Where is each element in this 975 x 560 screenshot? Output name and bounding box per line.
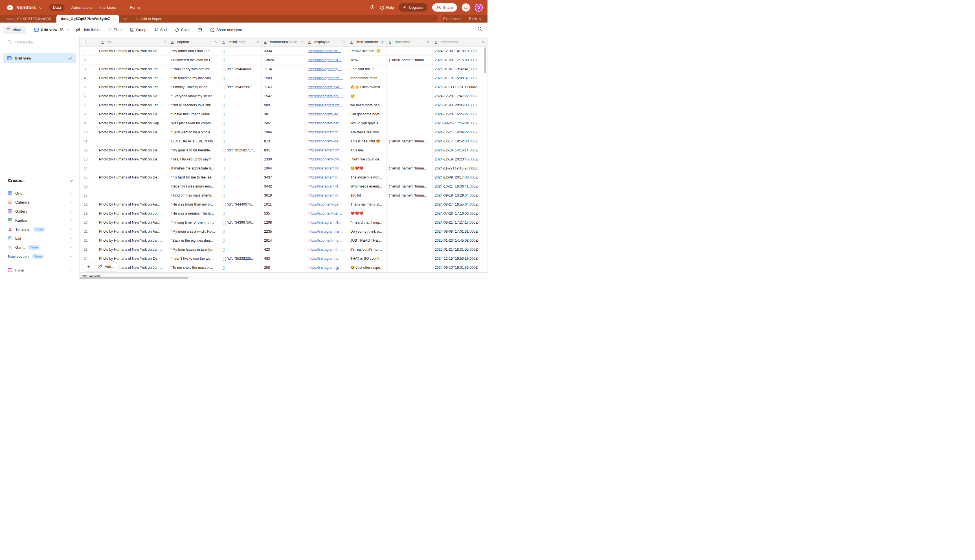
cell-firstComment[interactable]: Who needs enemi… — [348, 182, 387, 191]
cell-childPosts[interactable]: [] — [220, 137, 262, 146]
cell-caption[interactable]: “Finding time for them, th… — [169, 218, 220, 227]
cell-musicInfo[interactable] — [387, 119, 432, 128]
table-row[interactable]: 4Photo by Humans of New York on Jan…“I’m… — [80, 74, 488, 83]
cell-musicInfo[interactable] — [387, 110, 432, 119]
cell-childPosts[interactable]: [ { "id": "35404668… — [220, 65, 262, 73]
extensions-button[interactable]: Extensions — [443, 17, 461, 21]
views-button[interactable]: Views — [3, 26, 26, 34]
column-header-displayUrl[interactable]: AdisplayUrl — [306, 37, 348, 47]
cell-firstComment[interactable]: This is beautiful 😍 — [348, 137, 387, 146]
table-row[interactable]: 19Photo by Humans of New York on Jul…“He… — [80, 209, 488, 218]
share-button[interactable]: Share — [432, 3, 457, 12]
cell-childPosts[interactable]: [] — [220, 128, 262, 137]
cell-commentsCount[interactable]: 381 — [262, 110, 306, 119]
cell-childPosts[interactable]: [] — [220, 47, 262, 55]
cell-timestamp[interactable]: 2024-12-20T16:26:27.000Z — [432, 110, 488, 119]
cell-commentsCount[interactable]: 1134 — [262, 65, 306, 73]
cell-caption[interactable]: “Everyone knew my situat… — [169, 92, 220, 101]
cell-timestamp[interactable]: 2025-01-03T20:05:03.000Z — [432, 101, 488, 110]
cell-childPosts[interactable]: [] — [220, 56, 262, 65]
cell-alt[interactable]: 12Photo by Humans of New York on De… — [80, 146, 169, 155]
table-tab-inactive[interactable]: data_YeJXCj519OJntxC30 — [0, 17, 57, 21]
cell-childPosts[interactable]: [] — [220, 155, 262, 164]
cell-caption[interactable]: BEST UPDATE EVER! Mos… — [169, 137, 220, 146]
create-section-header[interactable]: Create... — [8, 178, 72, 183]
table-row[interactable]: 13Photo by Humans of New York on De…“Yes… — [80, 155, 488, 164]
cell-caption[interactable]: “My train leaves in twenty… — [169, 245, 220, 254]
table-row[interactable]: 24Photo by Humans of New York on De…“I d… — [80, 254, 488, 263]
grid-view-switcher[interactable]: Grid view — [34, 28, 68, 32]
table-row[interactable]: 8Photo by Humans of New York on De…“I ha… — [80, 110, 488, 119]
add-record-button[interactable]: + — [82, 262, 95, 271]
cell-link-displayUrl[interactable]: https://instagram.fbf… — [306, 74, 348, 83]
chevron-down-icon[interactable] — [482, 41, 485, 43]
chevron-down-icon[interactable] — [427, 41, 430, 43]
cell-childPosts[interactable]: [ { "id": "34440074… — [220, 200, 262, 209]
cell-firstComment[interactable]: Wow — [348, 56, 387, 65]
plus-icon[interactable]: + — [70, 245, 72, 250]
cell-firstComment[interactable]: ❤️❤️❤️ — [348, 209, 387, 218]
chevron-down-icon[interactable] — [343, 41, 345, 43]
table-row[interactable]: 17I kind of miss male attenti…[]3618http… — [80, 191, 488, 200]
sidebar-item-gantt[interactable]: GanttTeam+ — [0, 243, 79, 252]
table-row[interactable]: 5Photo by Humans of New York on Jan…“Tim… — [80, 83, 488, 92]
cell-alt[interactable]: 15Photo by Humans of New York on De… — [80, 173, 169, 182]
cell-caption[interactable]: “He was more than my br… — [169, 200, 220, 209]
cell-alt[interactable]: 14 — [80, 164, 169, 173]
chevron-down-icon[interactable] — [164, 41, 166, 43]
cell-musicInfo[interactable] — [387, 209, 432, 218]
history-icon[interactable] — [370, 5, 375, 10]
cell-childPosts[interactable]: [] — [220, 236, 262, 245]
cell-commentsCount[interactable]: 1503 — [262, 74, 306, 83]
cell-musicInfo[interactable] — [387, 200, 432, 209]
cell-childPosts[interactable]: [] — [220, 209, 262, 218]
cell-commentsCount[interactable]: 3618 — [262, 191, 306, 200]
cell-caption[interactable]: “Timidity. Timidity is the … — [169, 83, 220, 92]
table-row[interactable]: 1Photo by Humans of New York on De…“My f… — [80, 47, 488, 56]
table-row[interactable]: 18Photo by Humans of New York on Au…“He … — [80, 200, 488, 209]
sidebar-item-list[interactable]: List+ — [0, 234, 79, 243]
plus-icon[interactable]: + — [70, 217, 72, 223]
tab-automations[interactable]: Automations — [72, 5, 92, 10]
cell-childPosts[interactable]: [] — [220, 74, 262, 83]
cell-commentsCount[interactable]: 13826 — [262, 56, 306, 65]
plus-icon[interactable]: + — [70, 253, 72, 259]
cell-link-displayUrl[interactable]: https://instagram.fu… — [306, 173, 348, 182]
cell-link-displayUrl[interactable]: https://instagram.fm… — [306, 146, 348, 155]
cell-caption[interactable]: Recently I was angry eno… — [169, 182, 220, 191]
cell-musicInfo[interactable] — [387, 101, 432, 110]
cell-alt[interactable]: 17 — [80, 191, 169, 200]
cell-alt[interactable]: 2 — [80, 56, 169, 65]
cell-alt[interactable]: 20Photo by Humans of New York on Au… — [80, 218, 169, 227]
cell-commentsCount[interactable]: 1140 — [262, 83, 306, 92]
cell-link-displayUrl[interactable]: https://instagram.fjp… — [306, 263, 348, 272]
cell-link-displayUrl[interactable]: https://scontent-ber… — [306, 209, 348, 218]
find-view-input[interactable] — [15, 40, 65, 44]
sort-button[interactable]: Sort — [155, 28, 167, 32]
cell-childPosts[interactable]: [] — [220, 92, 262, 101]
cell-timestamp[interactable]: 2024-08-08T17:01:31.000Z — [432, 227, 488, 236]
cell-musicInfo[interactable]: { "artist_name": "huma… — [387, 137, 432, 146]
sidebar-item-new-section[interactable]: New sectionTeam+ — [0, 252, 79, 261]
help-button[interactable]: Help — [380, 5, 394, 10]
cell-musicInfo[interactable] — [387, 236, 432, 245]
cell-link-displayUrl[interactable]: https://instagram.fc… — [306, 254, 348, 263]
cell-alt[interactable]: 7Photo by Humans of New York on Jan… — [80, 101, 169, 110]
cell-commentsCount[interactable]: 423 — [262, 245, 306, 254]
cell-childPosts[interactable]: [] — [220, 245, 262, 254]
cell-musicInfo[interactable] — [387, 74, 432, 83]
cell-link-displayUrl[interactable]: https://scontent-dfw… — [306, 155, 348, 164]
sidebar-item-timeline[interactable]: TimelineTeam+ — [0, 225, 79, 234]
table-row[interactable]: 2Discovered this man on t…[]13826https:/… — [80, 56, 488, 65]
cell-link-displayUrl[interactable]: https://scontent-lga… — [306, 200, 348, 209]
tab-data[interactable]: Data — [49, 4, 65, 11]
cell-childPosts[interactable]: [] — [220, 101, 262, 110]
cell-commentsCount[interactable]: 1298 — [262, 218, 306, 227]
cell-caption[interactable]: “I don’t like to use the wo… — [169, 254, 220, 263]
cell-alt[interactable]: 1Photo by Humans of New York on De… — [80, 47, 169, 55]
cell-childPosts[interactable]: [] — [220, 164, 262, 173]
cell-musicInfo[interactable] — [387, 218, 432, 227]
cell-timestamp[interactable]: 2024-09-19T13:29:34.000Z — [432, 191, 488, 200]
cell-link-displayUrl[interactable]: https://scontent-ma… — [306, 236, 348, 245]
column-header-musicInfo[interactable]: AmusicInfo — [387, 37, 432, 47]
